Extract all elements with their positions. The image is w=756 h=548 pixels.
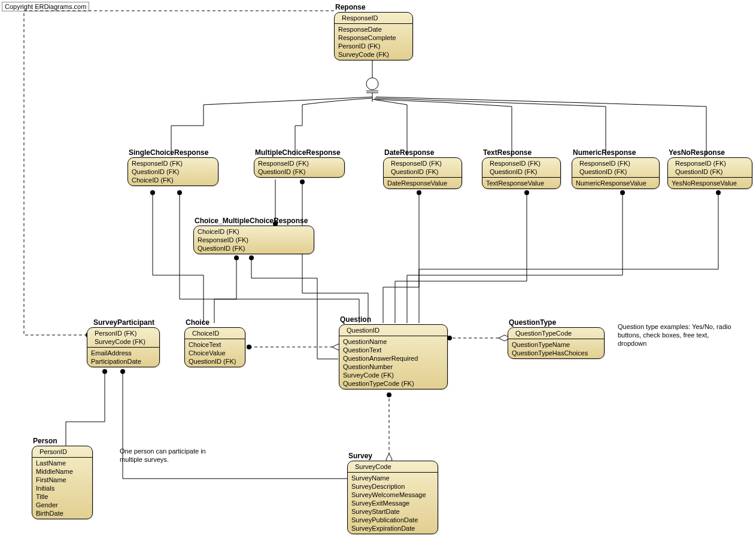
entity-title-ynr: YesNoResponse (669, 148, 725, 157)
entity-survey: SurveyCode SurveyName SurveyDescription … (347, 461, 438, 534)
svg-point-17 (417, 190, 421, 195)
entity-title-survey: Survey (348, 452, 372, 460)
entity-title-sp: SurveyParticipant (93, 318, 154, 327)
entity-title-mcr: MultipleChoiceResponse (255, 148, 341, 157)
entity-choice-mcr: ChoiceID (FK) ResponseID (FK) QuestionID… (193, 226, 314, 254)
svg-point-18 (524, 190, 529, 195)
entity-survey-participant: PersonID (FK) SurveyCode (FK) EmailAddre… (87, 327, 160, 367)
svg-point-19 (620, 190, 625, 195)
svg-point-8 (234, 255, 239, 260)
svg-point-10 (247, 345, 251, 349)
svg-point-21 (387, 392, 391, 397)
svg-point-14 (177, 190, 182, 195)
entity-title-nr: NumericResponse (573, 148, 636, 157)
svg-point-16 (249, 255, 254, 260)
entity-multiple-choice-response: ResponseID (FK) QuestionID (FK) (254, 157, 345, 178)
svg-point-9 (150, 190, 155, 195)
svg-point-20 (716, 190, 721, 195)
entity-single-choice-response: ResponseID (FK) QuestionID (FK) ChoiceID… (127, 157, 218, 186)
entity-title-reponse: Reponse (335, 3, 366, 11)
entity-choice: ChoiceID ChoiceText ChoiceValue Question… (184, 327, 245, 367)
entity-title-qt: QuestionType (509, 318, 556, 327)
svg-point-1 (366, 78, 378, 90)
entity-title-question: Question (340, 315, 371, 324)
entity-date-response: ResponseID (FK) QuestionID (FK) DateResp… (383, 157, 462, 189)
svg-point-12 (447, 336, 452, 340)
entity-title-person: Person (33, 437, 57, 445)
entity-title-tr: TextResponse (483, 148, 532, 157)
entity-yesno-response: ResponseID (FK) QuestionID (FK) YesNoRes… (667, 157, 752, 189)
entity-reponse: ResponseID ResponseDate ResponseComplete… (334, 12, 413, 60)
svg-point-24 (102, 369, 107, 374)
entity-title-choice: Choice (186, 318, 210, 327)
entity-title-dr: DateResponse (384, 148, 434, 157)
entity-numeric-response: ResponseID (FK) QuestionID (FK) NumericR… (572, 157, 660, 189)
entity-title-cmcr: Choice_MultipleChoiceResponse (195, 217, 308, 225)
note-person-survey: One person can participate in multiple s… (120, 447, 215, 464)
entity-text-response: ResponseID (FK) QuestionID (FK) TextResp… (482, 157, 561, 189)
svg-point-15 (300, 179, 305, 184)
note-question-type: Question type examples: Yes/No, radio bu… (618, 323, 731, 348)
entity-question-type: QuestionTypeCode QuestionTypeName Questi… (508, 327, 605, 359)
entity-question: QuestionID QuestionName QuestionText Que… (339, 324, 448, 389)
entity-title-scr: SingleChoiceResponse (129, 148, 208, 157)
entity-person: PersonID LastName MiddleName FirstName I… (32, 446, 93, 519)
svg-point-23 (120, 369, 125, 374)
